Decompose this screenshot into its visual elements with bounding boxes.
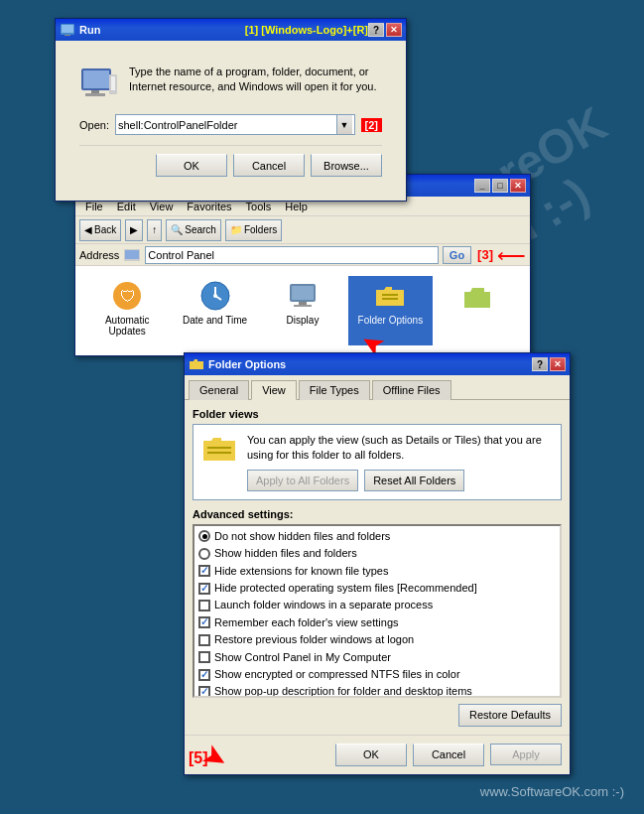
- fo-cancel-button[interactable]: Cancel: [413, 744, 484, 766]
- run-input-container[interactable]: ▼: [115, 114, 355, 135]
- checkbox-show-cp[interactable]: [198, 651, 210, 663]
- fo-item-hidden-on[interactable]: Show hidden files and folders: [194, 545, 560, 562]
- checkbox-encrypted[interactable]: [198, 669, 210, 681]
- run-help-button[interactable]: ?: [368, 23, 384, 37]
- cp-icon-folder-options[interactable]: Folder Options: [348, 276, 432, 345]
- run-browse-button[interactable]: Browse...: [311, 154, 382, 177]
- fo-tab-general[interactable]: General: [189, 380, 249, 400]
- fo-advanced-list[interactable]: Do not show hidden files and folders Sho…: [193, 524, 562, 698]
- watermark-bottom: www.SoftwareOK.com :-): [480, 784, 624, 799]
- fo-body: General View File Types Offline Files Fo…: [185, 375, 570, 774]
- run-title-icon: [60, 22, 75, 38]
- cp-minimize-button[interactable]: _: [474, 179, 490, 193]
- run-close-button[interactable]: ✕: [386, 23, 402, 37]
- fo-restore-defaults-button[interactable]: Restore Defaults: [458, 704, 562, 727]
- cp-up-button[interactable]: ↑: [147, 219, 162, 241]
- fo-item-remember[interactable]: Remember each folder's view settings: [194, 614, 560, 631]
- fo-item-popup[interactable]: Show pop-up description for folder and d…: [194, 683, 560, 697]
- fo-item-restore-prev-label: Restore previous folder windows at logon: [214, 632, 414, 647]
- cp-go-button[interactable]: Go: [443, 246, 471, 264]
- cp-icon-date-time[interactable]: Date and Time: [173, 276, 256, 345]
- fo-apply-all-button[interactable]: Apply to All Folders: [247, 470, 358, 491]
- cp-maximize-button[interactable]: □: [492, 179, 508, 193]
- run-main-icon: [79, 65, 119, 104]
- run-dropdown-arrow[interactable]: ▼: [336, 115, 352, 134]
- radio-hidden-off[interactable]: [198, 530, 210, 542]
- date-time-icon: [199, 280, 231, 312]
- fo-item-hide-ext[interactable]: Hide extensions for known file types: [194, 563, 560, 580]
- run-dialog: Run [1] [Windows-Logo]+[R] ? ✕: [55, 18, 407, 202]
- run-input-badge: [2]: [361, 118, 382, 132]
- checkbox-restore-prev[interactable]: [198, 634, 210, 646]
- checkbox-hide-ext[interactable]: [198, 565, 210, 577]
- fo-item-encrypted[interactable]: Show encrypted or compressed NTFS files …: [194, 666, 560, 683]
- fo-item-show-cp-label: Show Control Panel in My Computer: [214, 650, 391, 665]
- fo-folder-views-label: Folder views: [193, 408, 562, 420]
- automatic-updates-icon: 🛡: [111, 280, 143, 312]
- run-step-label: [1] [Windows-Logo]+[R]: [245, 24, 368, 36]
- svg-point-19: [213, 294, 217, 298]
- cp-search-label: Search: [185, 224, 216, 235]
- fo-item-popup-label: Show pop-up description for folder and d…: [214, 684, 472, 697]
- run-cancel-button[interactable]: Cancel: [233, 154, 305, 177]
- fo-item-hidden-off[interactable]: Do not show hidden files and folders: [194, 528, 560, 545]
- cp-back-label: Back: [94, 224, 116, 235]
- fo-help-button[interactable]: ?: [532, 357, 548, 371]
- fo-dialog-footer: OK Cancel Apply: [185, 735, 570, 774]
- fo-item-remember-label: Remember each folder's view settings: [214, 615, 399, 630]
- cp-icon-display[interactable]: Display: [261, 276, 344, 345]
- cp-icon-extra[interactable]: [437, 276, 520, 345]
- checkbox-popup[interactable]: [198, 686, 210, 698]
- cp-search-button[interactable]: 🔍 Search: [166, 219, 221, 241]
- fo-reset-all-button[interactable]: Reset All Folders: [364, 470, 464, 491]
- fo-close-button[interactable]: ✕: [550, 357, 566, 371]
- run-title-bar[interactable]: Run [1] [Windows-Logo]+[R] ? ✕: [56, 19, 406, 41]
- cp-back-button[interactable]: ◀ Back: [79, 219, 121, 241]
- cp-content: 🛡 AutomaticUpdates Date and Time: [75, 266, 530, 355]
- run-buttons: OK Cancel Browse...: [79, 145, 382, 177]
- svg-rect-2: [64, 35, 70, 36]
- folder-options-icon: [374, 280, 406, 312]
- fo-tabs: General View File Types Offline Files: [185, 375, 570, 400]
- folders-icon: 📁: [230, 224, 242, 235]
- cp-address-label: Address: [79, 249, 119, 261]
- fo-item-hidden-on-label: Show hidden files and folders: [214, 546, 357, 561]
- run-body: Type the name of a program, folder, docu…: [56, 41, 406, 201]
- fo-ok-button[interactable]: OK: [335, 744, 407, 766]
- fo-tab-view[interactable]: View: [251, 380, 297, 400]
- cp-forward-button[interactable]: ▶: [125, 219, 143, 241]
- checkbox-launch-separate[interactable]: [198, 600, 210, 611]
- fo-advanced-label: Advanced settings:: [193, 508, 562, 520]
- svg-rect-6: [85, 93, 105, 96]
- cp-address-input[interactable]: [145, 246, 438, 264]
- svg-rect-27: [207, 452, 231, 454]
- fo-title-bar[interactable]: Folder Options ? ✕: [185, 353, 570, 375]
- fo-item-launch-separate[interactable]: Launch folder windows in a separate proc…: [194, 597, 560, 613]
- fo-folder-view-desc: You can apply the view (such as Details …: [247, 433, 553, 464]
- fo-tab-filetypes[interactable]: File Types: [299, 380, 370, 400]
- fo-apply-button[interactable]: Apply: [490, 744, 562, 765]
- run-ok-button[interactable]: OK: [156, 154, 227, 177]
- fo-item-show-cp[interactable]: Show Control Panel in My Computer: [194, 649, 560, 666]
- folder-options-label: Folder Options: [358, 315, 424, 326]
- cp-body: File Edit View Favorites Tools Help ◀ Ba…: [75, 197, 530, 355]
- svg-rect-13: [125, 250, 139, 259]
- fo-item-launch-separate-label: Launch folder windows in a separate proc…: [214, 598, 433, 612]
- radio-hidden-on[interactable]: [198, 548, 210, 560]
- fo-item-restore-prev[interactable]: Restore previous folder windows at logon: [194, 631, 560, 648]
- svg-rect-21: [292, 286, 314, 300]
- cp-icon-automatic-updates[interactable]: 🛡 AutomaticUpdates: [85, 276, 169, 345]
- cp-close-button[interactable]: ✕: [510, 179, 526, 193]
- svg-rect-4: [83, 70, 109, 88]
- checkbox-hide-os[interactable]: [198, 583, 210, 595]
- cp-address-icon: [123, 246, 141, 264]
- display-label: Display: [287, 315, 320, 326]
- run-open-label: Open:: [79, 119, 109, 131]
- fo-tab-offline[interactable]: Offline Files: [372, 380, 451, 400]
- folder-options-dialog: Folder Options ? ✕ General View File Typ…: [184, 352, 571, 775]
- cp-folders-button[interactable]: 📁 Folders: [225, 219, 282, 241]
- run-description: Type the name of a program, folder, docu…: [129, 65, 382, 95]
- fo-item-hide-os[interactable]: Hide protected operating system files [R…: [194, 580, 560, 597]
- checkbox-remember[interactable]: [198, 616, 210, 628]
- run-input[interactable]: [118, 119, 336, 131]
